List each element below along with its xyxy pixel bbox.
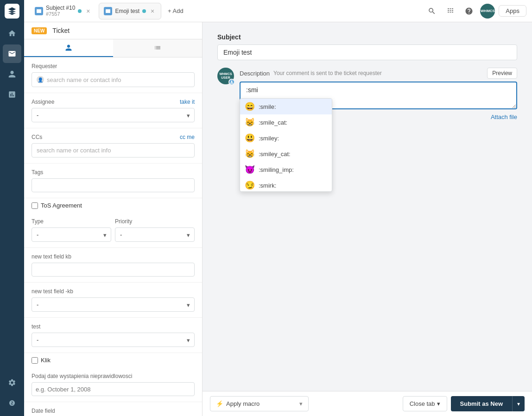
help-button[interactable] xyxy=(462,4,476,19)
description-editor: :smi 😄 :smile: 😸 xyxy=(240,82,517,111)
macro-chevron-icon: ▾ xyxy=(299,400,303,407)
test-label: test xyxy=(32,323,195,330)
tab-bar-actions: WHMCS Apps xyxy=(424,4,526,19)
requester-input[interactable] xyxy=(47,76,190,83)
date-irregularity-input[interactable] xyxy=(32,382,195,396)
requester-input-wrapper[interactable]: 👤 xyxy=(32,72,195,87)
bottom-bar: ⚡ Apply macro ▾ Close tab ▾ Submit as Ne… xyxy=(203,391,532,416)
apply-macro-button[interactable]: ⚡ Apply macro ▾ xyxy=(210,396,309,411)
emoji-name-smiley: :smiley: xyxy=(259,135,279,142)
priority-label: Priority xyxy=(115,218,195,225)
submit-arrow-button[interactable]: ▾ xyxy=(512,396,525,411)
tab-subject10[interactable]: Subject #10 #7557 × xyxy=(30,3,97,19)
cc-me-link[interactable]: cc me xyxy=(180,134,195,140)
attach-file-link[interactable]: Attach file xyxy=(491,113,517,120)
priority-select[interactable]: - xyxy=(115,227,195,242)
ccs-group: CCs cc me xyxy=(24,128,202,164)
assignee-select[interactable]: - xyxy=(32,108,195,122)
page-header: NEW Ticket xyxy=(24,22,202,39)
grid-button[interactable] xyxy=(443,4,458,19)
new-test-field-kb-label: new test field -kb xyxy=(32,288,195,295)
new-text-field-kb-label: new text field kb xyxy=(32,253,195,260)
date-field-group: Date field xyxy=(24,402,202,416)
subject-input[interactable] xyxy=(217,44,517,60)
avatar-badge xyxy=(228,79,235,85)
date-irregularity-group: Podaj date wystapienia nieprawidlowosci xyxy=(24,367,202,402)
tab-close-emoji[interactable]: × xyxy=(149,7,156,15)
emoji-item-smile-cat[interactable]: 😸 :smile_cat: xyxy=(240,114,332,130)
tab-emoji-dot xyxy=(142,9,146,13)
emoji-char-smiley: 😃 xyxy=(245,133,255,143)
apps-button[interactable]: Apps xyxy=(499,5,526,17)
lp-tab-list[interactable] xyxy=(113,39,202,57)
description-note: Your comment is sent to the ticket reque… xyxy=(273,70,382,76)
user-avatar[interactable]: WHMCS xyxy=(480,4,495,19)
tab-emoji-test[interactable]: Emoji test × xyxy=(99,3,161,19)
klik-checkbox[interactable] xyxy=(32,357,38,364)
type-col: Type - ▾ xyxy=(32,218,111,242)
emoji-item-smirk[interactable]: 😏 :smirk: xyxy=(240,177,332,191)
tags-label: Tags xyxy=(32,169,195,176)
nav-sidebar: Z xyxy=(0,0,24,416)
submit-as-new-button[interactable]: Submit as New xyxy=(451,396,512,411)
test-group: test - ▾ xyxy=(24,318,202,353)
tab-subject10-title: Subject #10 xyxy=(46,5,75,11)
main-area: Subject #10 #7557 × Emoji test × + Add xyxy=(24,0,532,416)
priority-col: Priority - ▾ xyxy=(115,218,195,242)
person-icon: 👤 xyxy=(37,76,44,83)
close-tab-button[interactable]: Close tab ▾ xyxy=(403,396,447,411)
tab-emoji-test-title: Emoji test xyxy=(115,8,139,14)
new-badge: NEW xyxy=(32,27,47,34)
assignee-label: Assignee take it xyxy=(32,99,195,105)
tab-ticket-icon xyxy=(35,7,43,15)
close-tab-label: Close tab xyxy=(410,400,435,407)
description-content: Description Your comment is sent to the … xyxy=(240,68,517,120)
sidebar-item-home[interactable] xyxy=(3,24,21,43)
ccs-input[interactable] xyxy=(37,147,190,154)
description-header: Description Your comment is sent to the … xyxy=(240,68,517,79)
tos-checkbox[interactable] xyxy=(32,202,38,209)
sidebar-item-reports[interactable] xyxy=(3,85,21,104)
emoji-item-smiling-imp[interactable]: 😈 :smiling_imp: xyxy=(240,162,332,177)
sidebar-item-zendesk[interactable]: Z xyxy=(3,394,21,412)
sidebar-item-contacts[interactable] xyxy=(3,65,21,83)
requester-label: Requester xyxy=(32,63,195,69)
left-panel-tabs xyxy=(24,39,202,57)
tab-emoji-icon xyxy=(104,7,112,15)
tab-subject10-subtitle: #7557 xyxy=(46,11,75,17)
emoji-dropdown: 😄 :smile: 😸 :smile_cat: 😃 xyxy=(240,98,332,192)
submit-group: Submit as New ▾ xyxy=(451,396,525,411)
lp-tab-person[interactable] xyxy=(24,39,113,57)
emoji-name-smile: :smile: xyxy=(259,103,276,110)
avatar: WHMCSUSER xyxy=(217,68,234,84)
ticket-form: Subject WHMCSUSER Description Your comme… xyxy=(203,22,532,391)
ccs-label: CCs cc me xyxy=(32,134,195,140)
test-select[interactable]: - xyxy=(32,333,195,347)
take-it-link[interactable]: take it xyxy=(180,99,195,105)
svg-text:Z: Z xyxy=(11,401,13,405)
assignee-select-wrapper: - ▾ xyxy=(32,108,195,122)
lightning-icon: ⚡ xyxy=(216,400,223,407)
tab-add[interactable]: + Add xyxy=(163,5,188,17)
emoji-item-smiley[interactable]: 😃 :smiley: xyxy=(240,130,332,146)
klik-row: Klik xyxy=(24,353,202,367)
emoji-item-smile[interactable]: 😄 :smile: xyxy=(240,99,332,114)
search-button[interactable] xyxy=(424,4,439,19)
emoji-char-smiley-cat: 😸 xyxy=(245,149,255,159)
preview-button[interactable]: Preview xyxy=(487,68,517,79)
new-test-field-kb-select[interactable]: - xyxy=(32,297,195,312)
avatar-text: WHMCSUSER xyxy=(219,72,232,79)
tab-close-subject10[interactable]: × xyxy=(84,7,92,15)
type-select[interactable]: - xyxy=(32,227,111,242)
new-text-field-kb-input[interactable] xyxy=(32,263,195,277)
emoji-item-smiley-cat[interactable]: 😸 :smiley_cat: xyxy=(240,146,332,162)
tags-input[interactable] xyxy=(32,178,195,192)
ccs-input-wrapper[interactable] xyxy=(32,143,195,158)
sidebar-item-tickets[interactable] xyxy=(3,44,21,63)
close-tab-chevron-icon: ▾ xyxy=(437,400,440,407)
sidebar-item-settings[interactable] xyxy=(3,373,21,392)
description-row: WHMCSUSER Description Your comment is se… xyxy=(217,68,517,120)
emoji-list: 😄 :smile: 😸 :smile_cat: 😃 xyxy=(240,99,332,191)
new-test-field-kb-group: new test field -kb - ▾ xyxy=(24,283,202,318)
type-label: Type xyxy=(32,218,111,225)
